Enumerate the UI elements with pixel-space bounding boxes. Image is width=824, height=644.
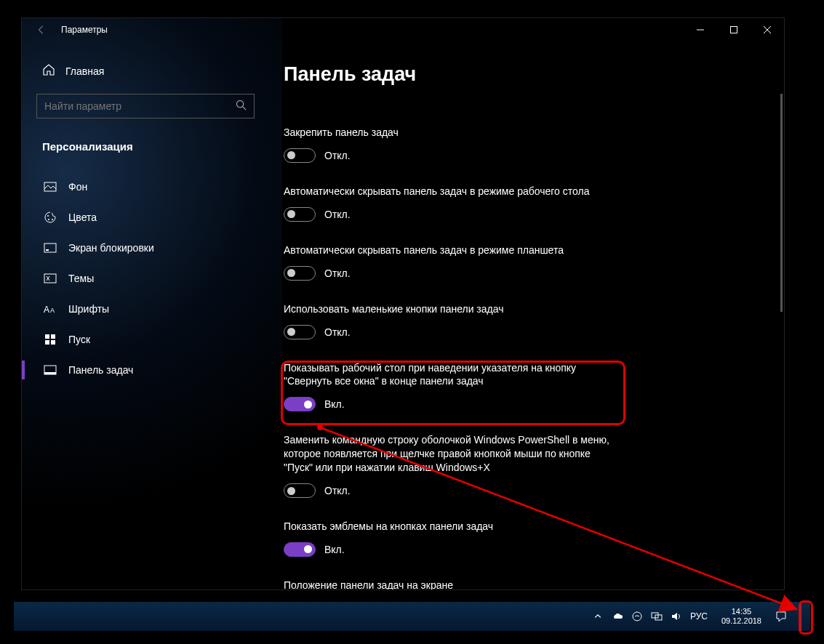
sidebar-item-label: Фон (68, 181, 87, 193)
setting-label: Заменить командную строку оболочкой Wind… (284, 433, 611, 475)
toggle-state: Откл. (324, 485, 351, 496)
toggle-state: Откл. (324, 209, 351, 220)
toggle-switch[interactable] (284, 148, 316, 163)
category-title: Персонализация (36, 134, 255, 158)
setting-item: Автоматически скрывать панель задач в ре… (284, 185, 611, 222)
toggle-state: Откл. (324, 150, 351, 161)
toggle-switch[interactable] (284, 207, 316, 222)
maximize-button[interactable] (717, 18, 751, 41)
home-label: Главная (65, 65, 104, 77)
svg-text:A: A (44, 305, 49, 315)
taskbar-clock[interactable]: 14:35 09.12.2018 (721, 607, 761, 626)
setting-label: Показать эмблемы на кнопках панели задач (284, 520, 611, 534)
toggle-switch[interactable] (284, 542, 316, 557)
svg-point-7 (47, 215, 49, 217)
sidebar-item-themes[interactable]: Темы (36, 263, 255, 294)
fonts-icon: AA (44, 302, 57, 315)
sidebar-item-lockscreen[interactable]: Экран блокировки (36, 233, 255, 263)
svg-rect-1 (731, 27, 737, 33)
sidebar-item-label: Пуск (68, 334, 90, 345)
svg-rect-11 (46, 249, 49, 251)
svg-rect-18 (51, 340, 55, 345)
svg-line-5 (243, 106, 246, 109)
setting-item: Показать эмблемы на кнопках панели задач… (284, 520, 611, 557)
setting-label: Показывать рабочий стол при наведении ук… (284, 361, 611, 389)
action-center-icon[interactable] (775, 611, 787, 622)
setting-item: Закрепить панель задачОткл. (284, 126, 611, 163)
page-heading: Панель задач (284, 63, 762, 86)
search-icon (236, 100, 247, 113)
svg-point-23 (633, 612, 641, 621)
sidebar-item-label: Панель задач (68, 364, 133, 376)
setting-item: Использовать маленькие кнопки панели зад… (284, 302, 611, 339)
svg-point-8 (48, 219, 49, 220)
svg-rect-15 (45, 334, 49, 339)
search-box[interactable] (36, 94, 255, 118)
sidebar-item-background[interactable]: Фон (36, 172, 255, 202)
toggle-state: Вкл. (324, 544, 345, 555)
tray-app-icon[interactable] (631, 611, 643, 622)
setting-label: Положение панели задач на экране (284, 579, 611, 589)
sidebar-item-colors[interactable]: Цвета (36, 202, 255, 233)
windows-taskbar[interactable]: РУС 14:35 09.12.2018 (14, 602, 810, 631)
palette-icon (44, 211, 57, 224)
svg-rect-12 (44, 274, 56, 283)
volume-icon[interactable] (671, 611, 682, 622)
themes-icon (44, 272, 57, 285)
clock-time: 14:35 (721, 607, 761, 616)
svg-rect-17 (45, 340, 49, 345)
lockscreen-icon (44, 241, 57, 254)
minimize-button[interactable] (684, 18, 717, 41)
setting-item: Автоматически скрывать панель задач в ре… (284, 243, 611, 281)
svg-rect-10 (44, 243, 56, 252)
window-title: Параметры (61, 25, 108, 35)
back-button[interactable] (35, 23, 48, 36)
sidebar-item-label: Цвета (68, 212, 97, 223)
toggle-switch[interactable] (284, 266, 316, 281)
toggle-switch[interactable] (284, 483, 316, 498)
close-button[interactable] (751, 18, 784, 41)
toggle-switch[interactable] (284, 325, 316, 339)
setting-label: Закрепить панель задач (284, 126, 611, 140)
svg-point-9 (52, 219, 53, 220)
home-icon (42, 63, 55, 79)
onedrive-icon[interactable] (612, 611, 623, 622)
keyboard-language[interactable]: РУС (690, 611, 708, 621)
toggle-state: Вкл. (324, 398, 345, 410)
taskbar-icon (44, 363, 57, 377)
show-desktop-button[interactable] (801, 602, 806, 631)
sidebar-item-label: Темы (68, 273, 94, 284)
svg-text:A: A (50, 307, 55, 314)
sidebar-item-label: Экран блокировки (68, 242, 154, 254)
sidebar-item-label: Шрифты (68, 303, 109, 315)
setting-item: Положение панели задач на экране (284, 579, 611, 589)
sidebar-item-fonts[interactable]: AA Шрифты (36, 294, 255, 324)
setting-item: Показывать рабочий стол при наведении ук… (284, 361, 611, 412)
svg-rect-16 (51, 334, 55, 339)
sidebar-item-start[interactable]: Пуск (36, 324, 255, 355)
toggle-state: Откл. (324, 326, 351, 338)
network-icon[interactable] (651, 611, 663, 622)
sidebar-item-taskbar[interactable]: Панель задач (36, 355, 255, 385)
scrollbar[interactable] (780, 94, 783, 312)
setting-label: Автоматически скрывать панель задач в ре… (284, 243, 611, 257)
clock-date: 09.12.2018 (721, 616, 761, 626)
start-icon (44, 333, 57, 346)
tray-overflow-icon[interactable] (592, 611, 604, 622)
search-input[interactable] (44, 100, 236, 112)
setting-item: Заменить командную строку оболочкой Wind… (284, 433, 611, 498)
home-link[interactable]: Главная (36, 56, 255, 86)
setting-label: Автоматически скрывать панель задач в ре… (284, 185, 611, 198)
setting-label: Использовать маленькие кнопки панели зад… (284, 302, 611, 316)
toggle-switch[interactable] (284, 397, 316, 411)
image-icon (44, 180, 57, 193)
toggle-state: Откл. (324, 267, 351, 279)
svg-point-4 (236, 100, 243, 107)
svg-rect-20 (44, 372, 56, 374)
